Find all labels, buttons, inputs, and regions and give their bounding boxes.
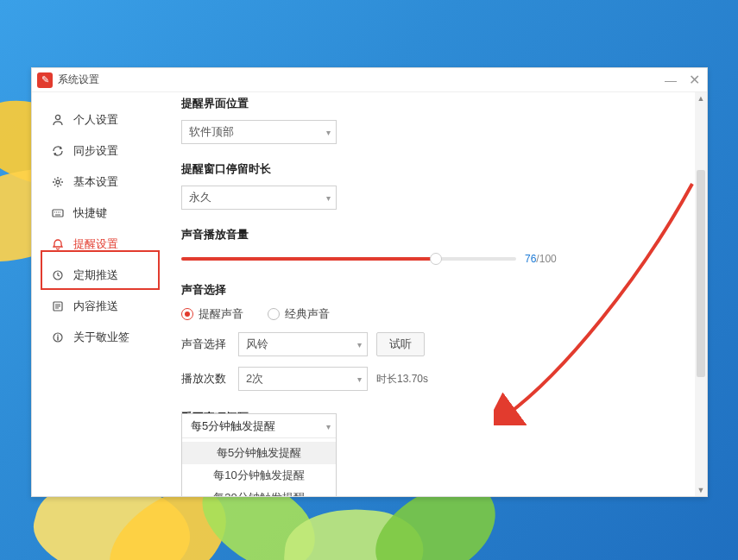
sidebar-item-label: 定期推送	[73, 267, 118, 283]
window-controls: — ✕	[665, 74, 700, 86]
chevron-down-icon: ▾	[357, 340, 362, 349]
app-icon: ✎	[37, 72, 53, 88]
select-value: 每5分钟触发提醒	[191, 418, 275, 434]
window-body: 个人设置 同步设置 基本设置 快捷键 提醒设置	[32, 92, 707, 496]
info-icon	[51, 330, 65, 344]
select-value: 2次	[246, 371, 263, 387]
interval-option[interactable]: 每30分钟触发提醒	[182, 487, 336, 496]
minimize-button[interactable]: —	[665, 74, 677, 86]
sidebar-item-content-push[interactable]: 内容推送	[32, 291, 166, 322]
sidebar-item-label: 基本设置	[73, 174, 118, 190]
sidebar-item-label: 同步设置	[73, 143, 118, 159]
volume-slider[interactable]	[181, 257, 516, 261]
volume-readout: 76/100	[525, 253, 557, 265]
duration-text: 时长13.70s	[376, 372, 428, 387]
sound-select[interactable]: 风铃 ▾	[238, 332, 368, 356]
play-count-select[interactable]: 2次 ▾	[238, 367, 368, 391]
chevron-down-icon: ▾	[326, 421, 331, 431]
svg-point-0	[55, 115, 60, 119]
sidebar-item-schedule-push[interactable]: 定期推送	[32, 260, 166, 291]
person-icon	[51, 113, 65, 127]
radio-classic-sound[interactable]: 经典声音	[268, 306, 330, 322]
svg-point-1	[56, 180, 60, 184]
remind-duration-select[interactable]: 永久 ▾	[181, 186, 337, 210]
scrollbar-thumb[interactable]	[697, 170, 705, 377]
remind-position-select[interactable]: 软件顶部 ▾	[181, 120, 337, 144]
chevron-down-icon: ▾	[357, 374, 362, 384]
section-remind-duration-title: 提醒窗口停留时长	[181, 161, 632, 177]
gear-icon	[51, 175, 65, 189]
volume-slider-thumb[interactable]	[430, 253, 442, 265]
chevron-down-icon: ▾	[326, 128, 331, 137]
sidebar-item-basic[interactable]: 基本设置	[32, 167, 166, 198]
sidebar-item-label: 快捷键	[73, 205, 107, 221]
sound-select-label: 声音选择	[181, 337, 230, 352]
select-value: 风铃	[246, 337, 268, 352]
sidebar-item-about[interactable]: 关于敬业签	[32, 322, 166, 353]
keyboard-icon	[51, 206, 65, 220]
desktop-background: ✎ 系统设置 — ✕ 个人设置 同步设置 基本设置	[0, 0, 738, 560]
sidebar: 个人设置 同步设置 基本设置 快捷键 提醒设置	[32, 92, 166, 496]
radio-dot-icon	[268, 308, 280, 320]
section-remind-position-title: 提醒界面位置	[181, 96, 632, 111]
radio-label: 经典声音	[285, 306, 330, 322]
sidebar-item-label: 个人设置	[73, 112, 118, 128]
chevron-down-icon: ▾	[326, 193, 331, 203]
note-icon	[51, 299, 65, 313]
interval-option[interactable]: 每5分钟触发提醒	[182, 442, 336, 464]
window-title: 系统设置	[58, 72, 665, 87]
clock-icon	[51, 268, 65, 282]
select-value: 永久	[189, 190, 211, 205]
sync-icon	[51, 144, 65, 158]
svg-rect-2	[53, 210, 63, 217]
play-count-label: 播放次数	[181, 371, 230, 387]
sidebar-item-label: 提醒设置	[73, 236, 118, 252]
interval-select-open: 每5分钟触发提醒 ▾ 每5分钟触发提醒 每10分钟触发提醒 每30分钟触发提醒	[181, 413, 337, 496]
settings-window: ✎ 系统设置 — ✕ 个人设置 同步设置 基本设置	[31, 67, 708, 497]
sidebar-item-label: 关于敬业签	[73, 330, 129, 345]
scroll-up-button[interactable]: ▲	[695, 92, 707, 104]
bell-icon	[51, 237, 65, 251]
sidebar-item-sync[interactable]: 同步设置	[32, 135, 166, 167]
content-pane: 提醒界面位置 软件顶部 ▾ 提醒窗口停留时长 永久 ▾	[166, 92, 707, 496]
sidebar-item-reminder[interactable]: 提醒设置	[32, 229, 166, 260]
radio-remind-sound[interactable]: 提醒声音	[181, 306, 243, 322]
close-button[interactable]: ✕	[689, 74, 700, 86]
sidebar-item-personal[interactable]: 个人设置	[32, 104, 166, 135]
interval-select[interactable]: 每5分钟触发提醒 ▾	[182, 414, 336, 438]
section-volume-title: 声音播放音量	[181, 227, 632, 242]
vertical-scrollbar[interactable]: ▲ ▼	[695, 92, 707, 496]
titlebar: ✎ 系统设置 — ✕	[32, 68, 707, 92]
preview-button[interactable]: 试听	[376, 332, 425, 356]
radio-label: 提醒声音	[199, 306, 243, 322]
select-value: 软件顶部	[189, 124, 234, 140]
interval-options: 每5分钟触发提醒 每10分钟触发提醒 每30分钟触发提醒	[182, 438, 336, 496]
section-sound-title: 声音选择	[181, 282, 632, 298]
radio-dot-icon	[181, 308, 193, 320]
volume-slider-fill	[181, 257, 436, 261]
sidebar-item-label: 内容推送	[73, 299, 118, 314]
sidebar-item-shortcuts[interactable]: 快捷键	[32, 198, 166, 229]
scroll-down-button[interactable]: ▼	[695, 484, 707, 496]
interval-option[interactable]: 每10分钟触发提醒	[182, 464, 336, 487]
